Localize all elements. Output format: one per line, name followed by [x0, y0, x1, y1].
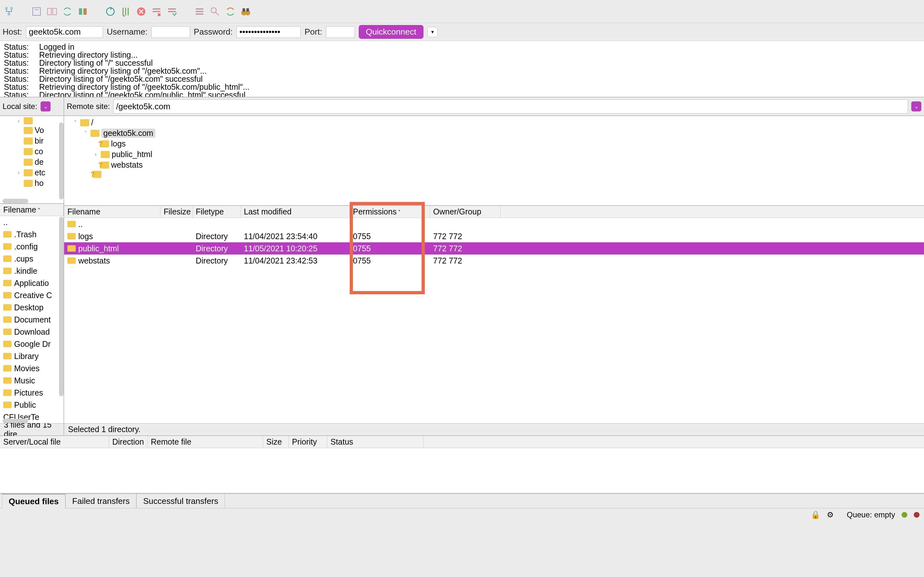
sort-asc-icon: ˄ [398, 210, 401, 216]
tree-item-root[interactable]: ˅ / [64, 117, 924, 128]
host-label: Host: [3, 27, 22, 37]
chevron-right-icon[interactable]: › [15, 169, 22, 176]
lock-icon[interactable]: 🔒 [811, 510, 821, 519]
chevron-down-icon[interactable]: ˅ [82, 130, 89, 137]
local-tree[interactable]: ›Vobircode›etcho [0, 116, 63, 204]
cancel-icon[interactable] [135, 5, 148, 18]
remote-site-dropdown[interactable]: ⌄ [911, 101, 921, 111]
list-item[interactable]: Pictures [0, 387, 63, 399]
list-item[interactable]: Desktop [0, 301, 63, 314]
local-file-list[interactable]: Filename˄ ...Trash.config.cups.kindleApp… [0, 204, 63, 423]
col-filetype[interactable]: Filetype [192, 206, 241, 218]
col-direction[interactable]: Direction [109, 436, 148, 448]
port-label: Port: [304, 27, 322, 37]
svg-rect-24 [196, 11, 204, 12]
folder-icon [3, 377, 11, 384]
col-filename[interactable]: Filename˄ [0, 204, 63, 216]
status-label: Status: [4, 59, 29, 67]
tree-item[interactable]: ho [0, 178, 63, 189]
list-item[interactable]: .kindle [0, 265, 63, 277]
chevron-right-icon[interactable]: › [15, 118, 22, 124]
reconnect-icon[interactable] [166, 5, 178, 18]
list-item[interactable]: Document [0, 314, 63, 326]
list-item[interactable]: .. [0, 216, 63, 228]
tab-new-icon[interactable] [30, 5, 43, 18]
col-status[interactable]: Status [327, 436, 423, 448]
tree-item[interactable]: de [0, 157, 63, 167]
tree-item[interactable]: › public_html [64, 149, 924, 160]
password-input[interactable] [236, 26, 300, 38]
sitemanager-icon[interactable] [3, 5, 15, 18]
chevron-down-icon[interactable]: ˅ [72, 119, 78, 126]
tree-item-domain[interactable]: ˅ geekto5k.com [64, 128, 924, 139]
list-item[interactable]: Download [0, 326, 63, 338]
list-item[interactable]: Google Dr [0, 338, 63, 350]
binoculars-icon[interactable] [239, 5, 252, 18]
list-item[interactable]: .config [0, 240, 63, 253]
list-item[interactable]: public_html Directory 11/05/2021 10:20:2… [64, 242, 924, 255]
local-site-bar: Local site: ⌄ [0, 97, 64, 115]
tree-item[interactable]: webstats [64, 160, 924, 170]
list-item[interactable]: Creative C [0, 289, 63, 301]
col-priority[interactable]: Priority [289, 436, 327, 448]
remote-site-label: Remote site: [67, 102, 110, 111]
quickconnect-button[interactable]: Quickconnect [359, 25, 423, 39]
svg-rect-23 [196, 8, 204, 10]
tree-item[interactable]: bir [0, 135, 63, 146]
remote-site-input[interactable] [113, 99, 908, 113]
tab-successful[interactable]: Successful transfers [136, 494, 225, 508]
tree-item[interactable]: › [0, 117, 63, 125]
list-item[interactable]: .cups [0, 253, 63, 265]
gear-icon[interactable]: ⚙ [827, 510, 834, 519]
tab-queued[interactable]: Queued files [2, 494, 65, 508]
tree-item[interactable] [64, 170, 924, 179]
folder-icon [3, 255, 11, 262]
scrollbar-vertical[interactable] [59, 122, 63, 199]
port-input[interactable] [326, 26, 355, 38]
local-site-dropdown[interactable]: ⌄ [40, 101, 51, 111]
col-filename[interactable]: Filename [64, 206, 160, 218]
tree-item[interactable]: ›etc [0, 167, 63, 178]
col-size[interactable]: Size [263, 436, 289, 448]
username-input[interactable] [152, 26, 190, 38]
remote-tree[interactable]: ˅ / ˅ geekto5k.com logs › [64, 116, 924, 206]
quickconnect-bar: Host: Username: Password: Port: Quickcon… [0, 23, 924, 41]
col-permissions[interactable]: Permissions˄ [350, 206, 430, 218]
scrollbar-vertical[interactable] [59, 217, 63, 396]
list-item[interactable]: Public [0, 399, 63, 411]
list-item[interactable]: logs Directory 11/04/2021 23:54:40 0755 … [64, 230, 924, 242]
tree-item[interactable]: co [0, 146, 63, 157]
tab-sync-icon[interactable] [61, 5, 74, 18]
chevron-right-icon[interactable]: › [92, 151, 99, 158]
search-icon[interactable] [208, 5, 221, 18]
list-item[interactable]: Library [0, 350, 63, 362]
server-filter-icon[interactable] [193, 5, 206, 18]
remote-site-bar: Remote site: ⌄ [64, 97, 924, 115]
tab-compare-icon[interactable] [76, 5, 89, 18]
col-owner[interactable]: Owner/Group [430, 206, 501, 218]
list-item[interactable]: Movies [0, 362, 63, 374]
scrollbar-horizontal[interactable] [3, 419, 28, 423]
list-item[interactable]: webstats Directory 11/04/2021 23:42:53 0… [64, 255, 924, 267]
process-queue-icon[interactable] [120, 5, 132, 18]
host-input[interactable] [26, 26, 103, 38]
compare-refresh-icon[interactable] [224, 5, 237, 18]
disconnect-icon[interactable] [150, 5, 163, 18]
col-filesize[interactable]: Filesize [160, 206, 192, 218]
tab-list-icon[interactable] [45, 5, 58, 18]
col-remote-file[interactable]: Remote file [148, 436, 263, 448]
remote-file-list[interactable]: Filename Filesize Filetype Last modified… [64, 206, 924, 423]
quickconnect-dropdown[interactable]: ▾ [427, 27, 438, 37]
refresh-icon[interactable] [104, 5, 117, 18]
list-item[interactable]: Music [0, 374, 63, 387]
col-server-local[interactable]: Server/Local file [0, 436, 109, 448]
tree-item[interactable]: Vo [0, 125, 63, 135]
tab-failed[interactable]: Failed transfers [65, 494, 136, 508]
list-item[interactable]: .Trash [0, 228, 63, 240]
list-item[interactable]: Applicatio [0, 277, 63, 289]
list-item[interactable]: .. [64, 218, 924, 230]
col-lastmodified[interactable]: Last modified [241, 206, 350, 218]
folder-icon [3, 329, 11, 335]
tree-item[interactable]: logs [64, 139, 924, 149]
scrollbar-horizontal[interactable] [3, 199, 28, 203]
